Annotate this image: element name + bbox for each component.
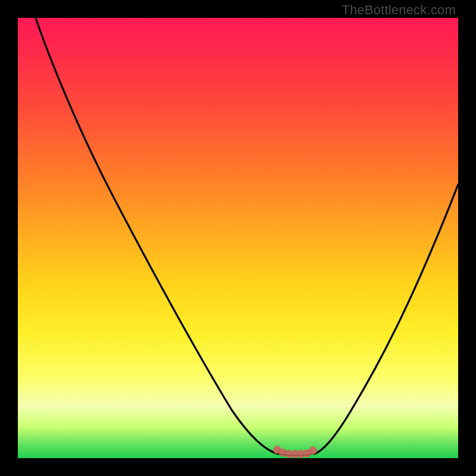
chart-svg xyxy=(18,18,458,458)
chart-frame: TheBottleneck.com xyxy=(0,0,476,476)
valley-marker xyxy=(274,446,317,458)
curve-left-path xyxy=(36,18,278,454)
svg-point-6 xyxy=(309,447,317,455)
curve-right-path xyxy=(314,184,458,454)
watermark-text: TheBottleneck.com xyxy=(342,2,456,18)
